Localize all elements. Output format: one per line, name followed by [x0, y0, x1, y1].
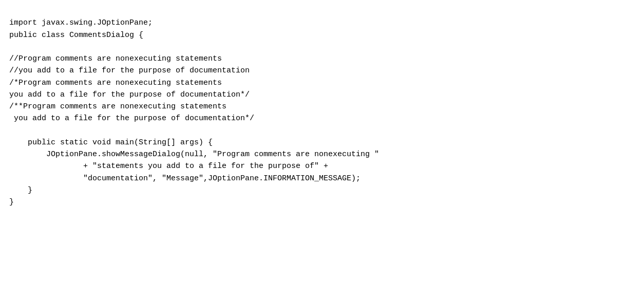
code-line: + "statements you add to a file for the … — [9, 160, 635, 172]
code-line: import javax.swing.JOptionPane; — [9, 17, 635, 29]
code-block: import javax.swing.JOptionPane;public cl… — [0, 0, 644, 300]
code-line: you add to a file for the purpose of doc… — [9, 113, 635, 124]
code-line: } — [9, 184, 635, 196]
code-line: public class CommentsDialog { — [9, 29, 635, 41]
code-line — [9, 41, 635, 53]
code-line — [9, 125, 635, 137]
code-line: /**Program comments are nonexecuting sta… — [9, 101, 635, 113]
code-line: } — [9, 196, 635, 208]
code-line: public static void main(String[] args) { — [9, 137, 635, 148]
code-line: JOptionPane.showMessageDialog(null, "Pro… — [9, 148, 635, 160]
code-line: //you add to a file for the purpose of d… — [9, 65, 635, 77]
code-line: /*Program comments are nonexecuting stat… — [9, 77, 635, 89]
code-line: you add to a file for the purpose of doc… — [9, 89, 635, 101]
code-line: //Program comments are nonexecuting stat… — [9, 53, 635, 65]
code-line: "documentation", "Message",JOptionPane.I… — [9, 173, 635, 184]
